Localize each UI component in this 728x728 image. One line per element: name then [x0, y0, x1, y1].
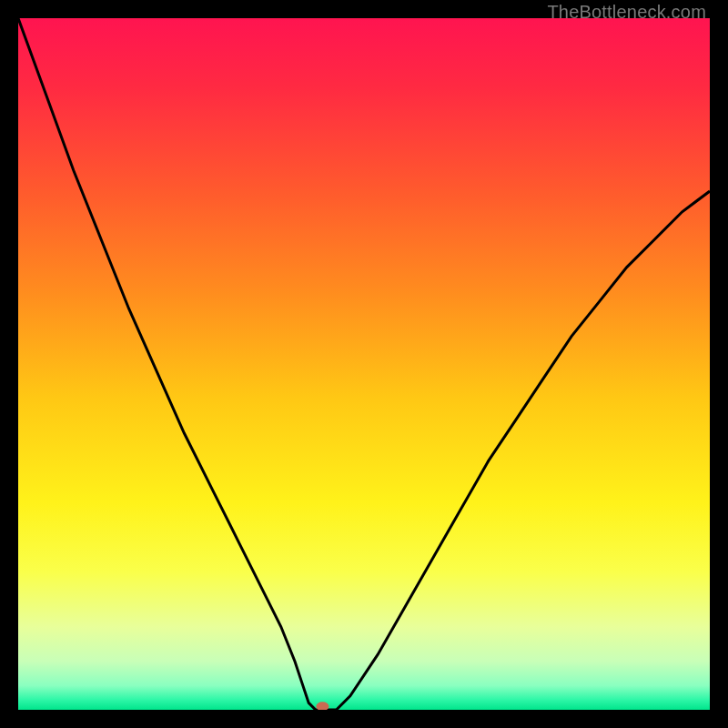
- bottleneck-chart: [18, 18, 710, 710]
- chart-frame: [18, 18, 710, 710]
- gradient-background: [18, 18, 710, 710]
